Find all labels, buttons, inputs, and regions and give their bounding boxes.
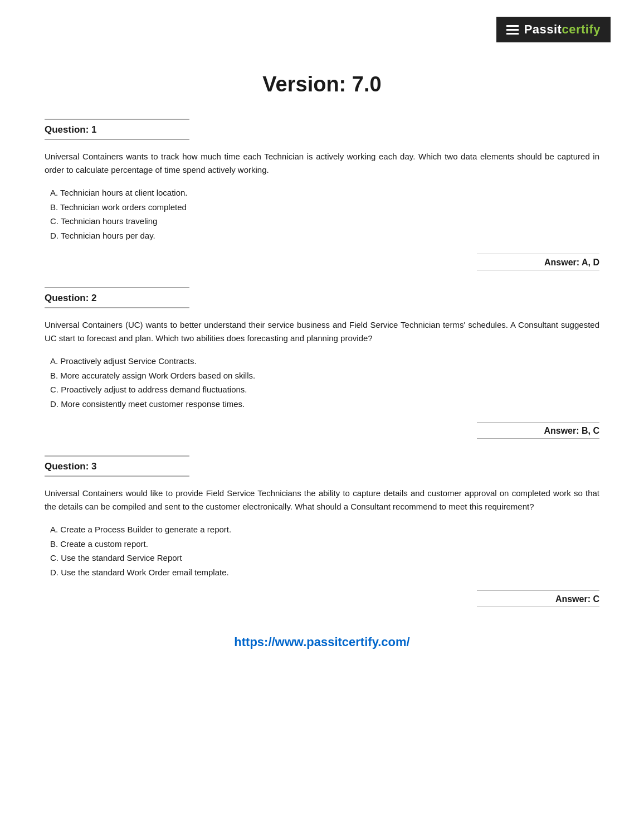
logo: Passitcertify bbox=[496, 17, 611, 42]
footer: https://www.passitcertify.com/ bbox=[45, 635, 599, 661]
option-3-1: A. Create a Process Builder to generate … bbox=[50, 522, 599, 537]
answer-block-2: Answer: B, C bbox=[45, 422, 599, 439]
logo-line-2 bbox=[506, 29, 519, 31]
logo-line-1 bbox=[506, 25, 519, 27]
logo-brand-green: certify bbox=[562, 22, 601, 36]
option-2-2: B. More accurately assign Work Orders ba… bbox=[50, 368, 599, 383]
answer-text-2: Answer: B, C bbox=[477, 426, 599, 436]
logo-icon bbox=[506, 25, 519, 35]
option-1-2: B. Technician work orders completed bbox=[50, 200, 599, 215]
question-label-3: Question: 3 bbox=[45, 461, 189, 472]
question-header-2: Question: 2 bbox=[45, 287, 189, 308]
option-2-4: D. More consistently meet customer respo… bbox=[50, 397, 599, 411]
option-3-3: C. Use the standard Service Report bbox=[50, 551, 599, 565]
page-container: Passitcertify Version: 7.0 Question: 1Un… bbox=[0, 0, 644, 834]
footer-link[interactable]: https://www.passitcertify.com/ bbox=[234, 635, 409, 649]
question-text-1: Universal Containers wants to track how … bbox=[45, 150, 599, 177]
question-block-2: Question: 2Universal Containers (UC) wan… bbox=[45, 287, 599, 439]
logo-line-3 bbox=[506, 33, 519, 35]
options-list-3: A. Create a Process Builder to generate … bbox=[45, 522, 599, 579]
answer-text-3: Answer: C bbox=[477, 594, 599, 604]
answer-block-3: Answer: C bbox=[45, 590, 599, 607]
questions-container: Question: 1Universal Containers wants to… bbox=[45, 119, 599, 607]
option-1-3: C. Technician hours traveling bbox=[50, 214, 599, 229]
options-list-1: A. Technician hours at client location.B… bbox=[45, 186, 599, 243]
question-block-3: Question: 3Universal Containers would li… bbox=[45, 455, 599, 607]
question-text-3: Universal Containers would like to provi… bbox=[45, 487, 599, 513]
question-header-1: Question: 1 bbox=[45, 119, 189, 140]
question-header-3: Question: 3 bbox=[45, 455, 189, 477]
answer-inner-3: Answer: C bbox=[477, 590, 599, 607]
logo-text: Passitcertify bbox=[524, 22, 601, 37]
question-text-2: Universal Containers (UC) wants to bette… bbox=[45, 318, 599, 345]
option-1-4: D. Technician hours per day. bbox=[50, 229, 599, 243]
option-3-4: D. Use the standard Work Order email tem… bbox=[50, 565, 599, 580]
answer-text-1: Answer: A, D bbox=[477, 258, 599, 268]
options-list-2: A. Proactively adjust Service Contracts.… bbox=[45, 354, 599, 411]
logo-brand-dark: Passit bbox=[524, 22, 562, 36]
answer-inner-1: Answer: A, D bbox=[477, 254, 599, 270]
answer-inner-2: Answer: B, C bbox=[477, 422, 599, 439]
option-2-3: C. Proactively adjust to address demand … bbox=[50, 382, 599, 397]
question-label-1: Question: 1 bbox=[45, 124, 189, 135]
option-3-2: B. Create a custom report. bbox=[50, 537, 599, 551]
question-block-1: Question: 1Universal Containers wants to… bbox=[45, 119, 599, 270]
option-1-1: A. Technician hours at client location. bbox=[50, 186, 599, 200]
question-label-2: Question: 2 bbox=[45, 293, 189, 304]
option-2-1: A. Proactively adjust Service Contracts. bbox=[50, 354, 599, 368]
version-title: Version: 7.0 bbox=[45, 72, 599, 96]
answer-block-1: Answer: A, D bbox=[45, 254, 599, 270]
